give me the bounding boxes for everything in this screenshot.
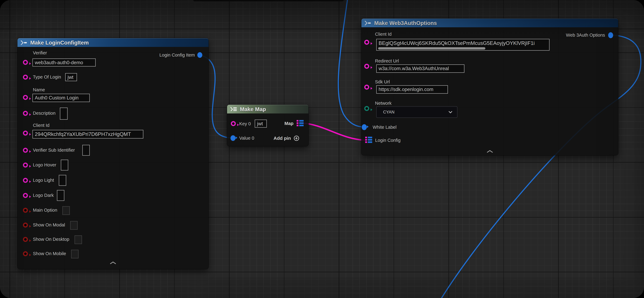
output-label-web3auth-options: Web 3Auth Options (566, 32, 605, 38)
network-dropdown[interactable]: CYAN (376, 106, 458, 118)
network-selected-value: CYAN (383, 110, 394, 114)
make-map-icon (230, 107, 237, 112)
pin-label-value-0: Value 0 (239, 136, 254, 141)
make-struct-icon (364, 20, 372, 26)
collapse-chevron-icon[interactable] (110, 261, 116, 264)
node-header-make-web3authoptions[interactable]: Make Web3AuthOptions (362, 18, 618, 27)
pin-logo-hover[interactable] (23, 162, 28, 168)
pin-label-client-id: Client Id (33, 123, 50, 128)
logo-dark-input[interactable] (57, 190, 64, 201)
client-id-input[interactable]: 294QRkchfq2YaXUbPri7D6PH7xzHgQMT (32, 130, 144, 138)
pin-label-show-on-desktop: Show On Desktop (33, 237, 69, 242)
login-config-map-pin-icon[interactable] (365, 137, 372, 143)
pin-label-sdk-url: Sdk Url (375, 79, 390, 84)
node-title: Make LoginConfigItem (30, 40, 89, 46)
node-header-make-loginconfigitem[interactable]: Make LoginConfigItem (18, 38, 208, 47)
pin-label-type-of-login: Type Of Login (33, 74, 61, 80)
client-id-scrollbar[interactable] (378, 47, 485, 50)
pin-description[interactable] (23, 111, 28, 116)
wire-top-to-whitelabel[interactable] (338, 0, 365, 127)
pin-client-id[interactable] (364, 40, 369, 45)
output-label-map: Map (284, 121, 294, 126)
verifier-input[interactable]: web3auth-auth0-demo (32, 58, 96, 66)
pin-label-name: Name (33, 87, 45, 92)
pin-label-logo-hover: Logo Hover (33, 162, 56, 168)
pin-show-on-mobile[interactable] (23, 251, 28, 256)
pin-label-client-id: Client Id (375, 32, 392, 37)
pin-show-on-desktop[interactable] (23, 237, 28, 242)
logo-hover-input[interactable] (61, 160, 68, 170)
show-on-mobile-checkbox[interactable] (71, 250, 78, 258)
pin-verifier-sub-identifier[interactable] (23, 148, 28, 153)
description-input[interactable] (60, 108, 68, 120)
node-make-map[interactable]: Make Map Key 0 jwt Map Value 0 Add pin (227, 105, 308, 146)
show-on-modal-checkbox[interactable] (70, 221, 78, 230)
make-struct-icon (20, 40, 28, 45)
pin-label-redirect-url: Redirect Url (375, 58, 399, 64)
node-make-web3authoptions[interactable]: Make Web3AuthOptions Web 3Auth Options C… (362, 18, 618, 155)
node-header-make-map[interactable]: Make Map (227, 105, 308, 114)
pin-network[interactable] (364, 106, 369, 111)
pin-client-id[interactable] (23, 130, 28, 136)
pin-logo-dark[interactable] (23, 193, 28, 198)
pin-verifier[interactable] (23, 60, 28, 65)
pin-label-verifier: Verifier (33, 50, 47, 56)
pin-label-logo-dark: Logo Dark (33, 193, 54, 198)
verifier-sub-identifier-input[interactable] (82, 145, 90, 156)
redirect-url-input[interactable]: w3a://com.w3a.Web3AuthUnreal (376, 64, 464, 73)
sdk-url-input[interactable]: https://sdk.openlogin.com (376, 85, 448, 94)
pin-label-logo-light: Logo Light (33, 178, 54, 183)
pin-logo-light[interactable] (23, 178, 28, 183)
output-label-login-config-item: Login Config Item (160, 52, 195, 58)
name-input[interactable]: Auth0 Custom Login (32, 94, 90, 102)
pin-label-key-0: Key 0 (239, 121, 251, 126)
pin-label-description: Description (33, 111, 56, 116)
pin-show-on-modal[interactable] (23, 222, 28, 228)
show-on-desktop-checkbox[interactable] (74, 235, 82, 244)
map-pin-icon[interactable] (296, 120, 304, 126)
output-pin-login-config-item[interactable] (197, 52, 202, 58)
collapse-chevron-icon[interactable] (486, 150, 493, 153)
pin-name[interactable] (23, 95, 28, 100)
key-0-input[interactable]: jwt (255, 120, 267, 128)
node-title: Make Web3AuthOptions (374, 20, 437, 26)
pin-label-login-config: Login Config (375, 138, 400, 143)
pin-label-show-on-mobile: Show On Mobile (33, 251, 66, 256)
output-pin-web3auth-options[interactable] (608, 32, 613, 38)
pin-label-verifier-sub-identifier: Verifier Sub Identifier (33, 148, 75, 153)
add-pin-label: Add pin (274, 136, 291, 141)
pin-label-white-label: White Label (373, 125, 396, 130)
chevron-down-icon (448, 111, 452, 113)
pin-key-0[interactable] (231, 121, 236, 126)
graph-canvas[interactable]: Make LoginConfigItem Login Config Item V… (0, 0, 644, 298)
pin-value-0[interactable] (230, 135, 236, 141)
pin-label-main-option: Main Option (33, 208, 57, 213)
node-make-loginconfigitem[interactable]: Make LoginConfigItem Login Config Item V… (18, 38, 208, 269)
pin-label-network: Network (375, 101, 392, 106)
pin-white-label[interactable] (362, 124, 367, 130)
pin-label-show-on-modal: Show On Modal (33, 222, 65, 228)
node-title: Make Map (240, 106, 266, 112)
pin-type-of-login[interactable] (23, 75, 28, 80)
type-of-login-input[interactable]: jwt (65, 73, 77, 81)
offscreen-node-fragment[interactable] (193, 0, 344, 2)
add-pin-button[interactable]: Add pin (274, 135, 300, 141)
main-option-checkbox[interactable] (62, 206, 70, 215)
pin-redirect-url[interactable] (364, 64, 369, 69)
logo-light-input[interactable] (59, 175, 66, 186)
add-pin-icon (294, 135, 300, 141)
pin-main-option[interactable] (23, 208, 28, 213)
pin-sdk-url[interactable] (364, 85, 369, 90)
blueprint-editor: Make LoginConfigItem Login Config Item V… (0, 0, 644, 298)
